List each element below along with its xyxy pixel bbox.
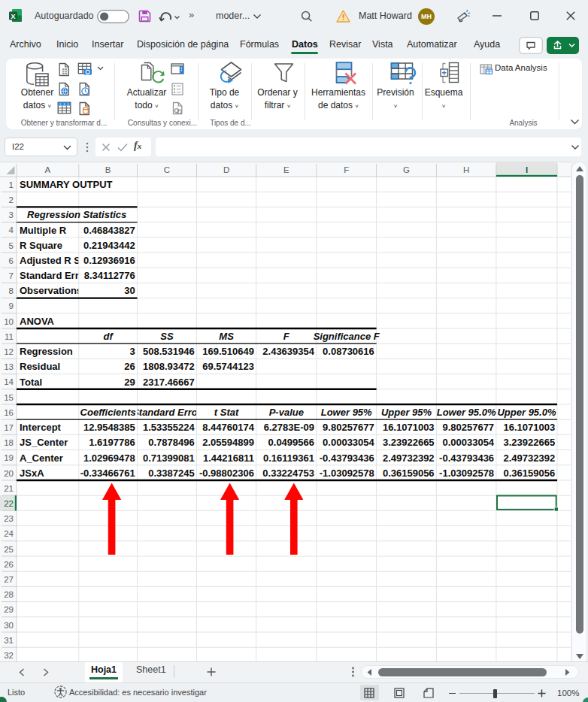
svg-text:5: 5: [9, 241, 14, 250]
svg-text:0.00033054: 0.00033054: [442, 437, 494, 448]
svg-text:0.36159056: 0.36159056: [504, 467, 556, 479]
svg-text:12: 12: [4, 347, 14, 356]
svg-text:Standard Error: Standard Error: [20, 270, 89, 281]
svg-text:F: F: [283, 331, 290, 342]
svg-text:11: 11: [5, 332, 14, 341]
svg-text:22: 22: [4, 499, 14, 508]
svg-text:27: 27: [4, 575, 14, 584]
svg-text:31: 31: [4, 636, 14, 645]
svg-text:23: 23: [4, 514, 14, 523]
svg-text:508.531946: 508.531946: [143, 346, 195, 357]
svg-text:169.510649: 169.510649: [202, 346, 254, 357]
svg-text:1.6197786: 1.6197786: [89, 437, 135, 448]
svg-text:9.80257677: 9.80257677: [442, 422, 494, 433]
svg-text:2.49732392: 2.49732392: [504, 452, 556, 464]
svg-text:0.21943442: 0.21943442: [83, 240, 135, 251]
svg-text:Lower 95.0%: Lower 95.0%: [437, 407, 496, 418]
svg-text:-0.98802306: -0.98802306: [199, 467, 254, 479]
svg-text:F: F: [344, 165, 349, 174]
svg-text:2: 2: [9, 195, 14, 204]
svg-text:10: 10: [4, 317, 14, 326]
svg-text:A_Center: A_Center: [20, 452, 63, 464]
svg-text:0.12936916: 0.12936916: [83, 255, 135, 266]
svg-text:6: 6: [9, 256, 14, 265]
svg-text:30: 30: [124, 285, 135, 296]
svg-text:Upper 95%: Upper 95%: [381, 407, 432, 418]
svg-text:0.7878496: 0.7878496: [148, 437, 194, 448]
svg-text:I: I: [526, 165, 528, 174]
svg-text:19: 19: [4, 453, 14, 462]
svg-text:P-value: P-value: [269, 407, 304, 418]
svg-text:1: 1: [9, 180, 14, 189]
svg-text:B: B: [105, 165, 111, 174]
svg-text:20: 20: [4, 469, 14, 478]
svg-text:0.3387245: 0.3387245: [148, 467, 194, 479]
svg-text:JSxA: JSxA: [20, 467, 44, 479]
svg-text:JS_Center: JS_Center: [20, 437, 68, 448]
svg-text:26: 26: [124, 361, 135, 372]
svg-text:1.44216811: 1.44216811: [203, 452, 254, 464]
svg-text:24: 24: [4, 529, 14, 538]
svg-text:0.71399081: 0.71399081: [143, 452, 195, 464]
svg-text:6.2783E-09: 6.2783E-09: [264, 422, 314, 433]
svg-text:-0.43793436: -0.43793436: [320, 452, 374, 464]
svg-text:17: 17: [4, 423, 14, 432]
svg-text:29: 29: [124, 377, 135, 388]
svg-text:E: E: [283, 165, 289, 174]
svg-text:Standard Error: Standard Error: [132, 407, 202, 418]
svg-text:13: 13: [4, 362, 14, 371]
svg-text:18: 18: [4, 438, 14, 447]
svg-text:C: C: [164, 165, 170, 174]
svg-text:R Square: R Square: [20, 240, 62, 251]
svg-text:Upper 95.0%: Upper 95.0%: [497, 407, 556, 418]
svg-text:3.23922665: 3.23922665: [383, 437, 435, 448]
svg-text:0.36159056: 0.36159056: [383, 467, 435, 479]
svg-text:69.5744123: 69.5744123: [202, 361, 254, 372]
svg-text:-0.43793436: -0.43793436: [439, 452, 494, 464]
svg-text:3: 3: [9, 210, 14, 219]
svg-text:15: 15: [4, 393, 14, 402]
svg-text:8: 8: [9, 286, 14, 295]
svg-text:0.33224753: 0.33224753: [262, 467, 314, 479]
svg-text:Regression: Regression: [20, 346, 73, 357]
svg-text:H: H: [463, 165, 469, 174]
svg-text:26: 26: [4, 560, 14, 569]
svg-text:14: 14: [4, 377, 14, 386]
svg-text:28: 28: [4, 590, 14, 599]
svg-text:9.80257677: 9.80257677: [323, 422, 374, 433]
svg-text:A: A: [45, 165, 51, 174]
svg-text:2.05594899: 2.05594899: [202, 437, 254, 448]
svg-text:SUMMARY OUTPUT: SUMMARY OUTPUT: [20, 179, 113, 190]
svg-text:7: 7: [9, 271, 14, 280]
svg-text:29: 29: [4, 605, 14, 614]
svg-text:ANOVA: ANOVA: [20, 316, 55, 327]
svg-text:0.16119361: 0.16119361: [263, 452, 314, 464]
svg-text:16: 16: [4, 408, 14, 417]
svg-text:12.9548385: 12.9548385: [83, 422, 135, 433]
svg-text:-1.03092578: -1.03092578: [439, 467, 494, 479]
svg-text:Multiple R: Multiple R: [20, 225, 67, 236]
svg-text:0.0499566: 0.0499566: [268, 437, 314, 448]
svg-text:4: 4: [9, 225, 14, 235]
svg-text:Lower 95%: Lower 95%: [321, 407, 372, 418]
svg-text:3: 3: [129, 346, 135, 357]
svg-text:D: D: [223, 165, 229, 174]
svg-text:Regression Statistics: Regression Statistics: [27, 209, 126, 220]
svg-text:1808.93472: 1808.93472: [143, 361, 195, 372]
svg-text:2.43639354: 2.43639354: [262, 346, 314, 357]
svg-text:G: G: [403, 165, 410, 174]
svg-text:Coefficients: Coefficients: [80, 407, 136, 418]
svg-text:30: 30: [4, 621, 14, 630]
svg-text:MS: MS: [219, 331, 234, 342]
svg-text:8.44760174: 8.44760174: [202, 422, 254, 433]
svg-text:0.08730616: 0.08730616: [323, 346, 374, 357]
svg-text:-1.03092578: -1.03092578: [320, 467, 374, 479]
svg-text:X: X: [11, 12, 16, 20]
svg-text:Intercept: Intercept: [20, 422, 62, 433]
svg-text:16.1071003: 16.1071003: [504, 422, 556, 433]
svg-text:8.34112776: 8.34112776: [84, 270, 135, 281]
svg-text:25: 25: [4, 545, 14, 554]
svg-text:16.1071003: 16.1071003: [383, 422, 435, 433]
svg-text:1.53355224: 1.53355224: [143, 422, 195, 433]
svg-text:21: 21: [4, 484, 14, 493]
